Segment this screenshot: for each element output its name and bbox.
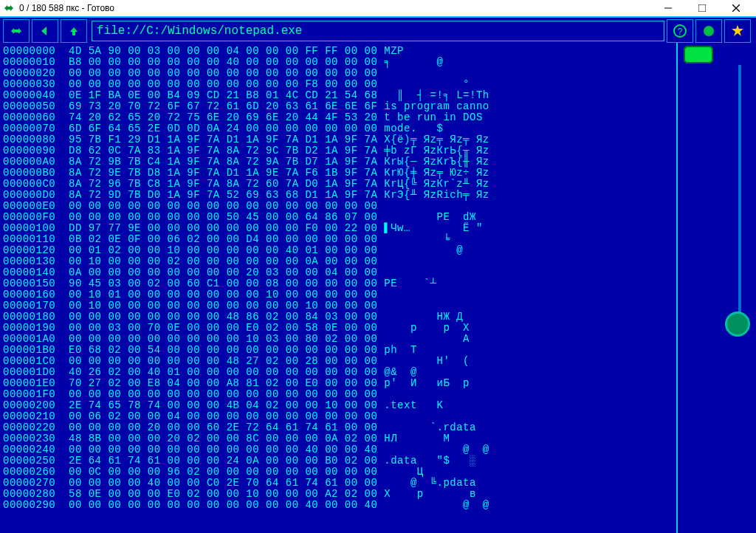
load-indicator <box>684 46 713 63</box>
bookmark-button[interactable] <box>724 19 751 43</box>
hex-row: 00000050 69 73 20 70 72 6F 67 72 61 6D 2… <box>3 101 676 112</box>
hex-row: 000000C0 8A 72 96 7B C8 1A 9F 7A 8A 72 6… <box>3 179 676 190</box>
address-bar[interactable]: file://C:/Windows/notepad.exe <box>92 21 664 41</box>
hex-row: 00000240 00 00 00 00 00 00 00 00 00 00 0… <box>3 444 676 455</box>
address-text: file://C:/Windows/notepad.exe <box>97 24 302 38</box>
svg-text:?: ? <box>678 27 683 37</box>
hex-row: 00000270 00 00 00 00 40 00 00 C0 2E 70 6… <box>3 478 676 489</box>
maximize-button[interactable] <box>685 0 719 16</box>
hex-row: 00000200 2E 74 65 78 74 00 00 00 4B 04 0… <box>3 400 676 411</box>
hex-row: 00000060 74 20 62 65 20 72 75 6E 20 69 6… <box>3 112 676 123</box>
home-button[interactable] <box>3 19 30 43</box>
hex-row: 00000030 00 00 00 00 00 00 00 00 00 00 0… <box>3 79 676 90</box>
hex-row: 00000170 00 10 00 00 00 00 00 00 00 00 0… <box>3 300 676 312</box>
toolbar: file://C:/Windows/notepad.exe ? <box>0 16 756 46</box>
hex-row: 00000160 00 10 01 00 00 00 00 00 00 00 1… <box>3 289 676 300</box>
hex-row: 00000110 0B 02 0E 0F 00 06 02 00 00 D4 0… <box>3 234 676 245</box>
hex-row: 000001B0 E0 68 02 00 54 00 00 00 00 00 0… <box>3 345 676 356</box>
hex-row: 00000010 B8 00 00 00 00 00 00 00 40 00 0… <box>3 57 676 68</box>
hex-row: 000001E0 70 27 02 00 E8 04 00 00 A8 81 0… <box>3 378 676 389</box>
window-title: 0 / 180 588 пкс - Готово <box>19 3 651 13</box>
back-button[interactable] <box>32 19 58 43</box>
hex-row: 00000020 00 00 00 00 00 00 00 00 00 00 0… <box>3 68 676 79</box>
hex-row: 000001C0 00 00 00 00 00 00 00 00 48 27 0… <box>3 356 676 367</box>
hex-row: 000000E0 00 00 00 00 00 00 00 00 00 00 0… <box>3 201 676 212</box>
hex-row: 00000080 95 7B F1 29 D1 1A 9F 7A D1 1A 9… <box>3 134 676 145</box>
hex-row: 00000280 58 0E 00 00 00 E0 02 00 00 10 0… <box>3 489 676 500</box>
hex-row: 00000000 4D 5A 90 00 03 00 00 00 04 00 0… <box>3 46 676 57</box>
hex-row: 00000090 D8 62 0C 7A 83 1A 9F 7A 8A 72 9… <box>3 145 676 157</box>
hex-row: 00000040 0E 1F BA 0E 00 B4 09 CD 21 B8 0… <box>3 90 676 101</box>
hex-row: 000001A0 00 00 00 00 00 00 00 00 00 10 0… <box>3 334 676 345</box>
svg-rect-1 <box>698 4 706 12</box>
app-icon <box>3 2 15 14</box>
hex-row: 000001F0 00 00 00 00 00 00 00 00 00 00 0… <box>3 389 676 400</box>
close-button[interactable] <box>719 0 753 16</box>
hex-row: 000001D0 40 26 02 00 40 01 00 00 00 00 0… <box>3 367 676 378</box>
scrollbar-thumb[interactable] <box>725 312 750 337</box>
hex-viewer[interactable]: 00000000 4D 5A 90 00 03 00 00 00 04 00 0… <box>0 43 676 533</box>
hex-row: 00000250 2E 64 61 74 61 00 00 00 24 0A 0… <box>3 455 676 467</box>
hex-row: 00000220 00 00 00 00 20 00 00 60 2E 72 6… <box>3 422 676 433</box>
help-button[interactable]: ? <box>667 19 693 43</box>
hex-row: 00000130 00 10 00 00 00 02 00 00 00 00 0… <box>3 256 676 267</box>
right-sidebar <box>676 43 756 533</box>
hex-row: 00000260 00 0C 00 00 00 96 02 00 00 00 0… <box>3 467 676 478</box>
svg-point-6 <box>704 26 714 36</box>
scrollbar-track[interactable] <box>738 65 741 334</box>
hex-row: 00000230 48 8B 00 00 00 20 02 00 00 8C 0… <box>3 433 676 444</box>
up-button[interactable] <box>61 19 87 43</box>
hex-row: 00000140 0A 00 00 00 00 00 00 00 00 20 0… <box>3 267 676 278</box>
hex-row: 00000100 DD 97 77 9E 00 00 00 00 00 00 0… <box>3 223 676 234</box>
hex-row: 000000A0 8A 72 9B 7B C4 1A 9F 7A 8A 72 9… <box>3 157 676 168</box>
hex-row: 00000120 00 01 02 00 00 10 00 00 00 00 0… <box>3 245 676 256</box>
hex-row: 00000210 00 06 02 00 00 04 00 00 00 00 0… <box>3 411 676 422</box>
hex-row: 00000190 00 00 03 00 70 0E 00 00 00 E0 0… <box>3 323 676 334</box>
hex-row: 00000150 90 45 03 00 02 00 60 C1 00 00 0… <box>3 278 676 289</box>
status-indicator[interactable] <box>695 19 722 43</box>
window-titlebar: 0 / 180 588 пкс - Готово <box>0 0 756 16</box>
hex-row: 000000F0 00 00 00 00 00 00 00 00 50 45 0… <box>3 212 676 223</box>
hex-row: 00000290 00 00 00 00 00 00 00 00 00 00 0… <box>3 500 676 511</box>
minimize-button[interactable] <box>651 0 685 16</box>
hex-row: 000000B0 8A 72 9E 7B D8 1A 9F 7A D1 1A 9… <box>3 168 676 179</box>
hex-row: 00000180 00 00 00 00 00 00 00 00 48 86 0… <box>3 312 676 323</box>
hex-row: 00000070 6D 6F 64 65 2E 0D 0D 0A 24 00 0… <box>3 123 676 134</box>
hex-row: 000000D0 8A 72 9D 7B D0 1A 9F 7A 52 69 6… <box>3 190 676 201</box>
